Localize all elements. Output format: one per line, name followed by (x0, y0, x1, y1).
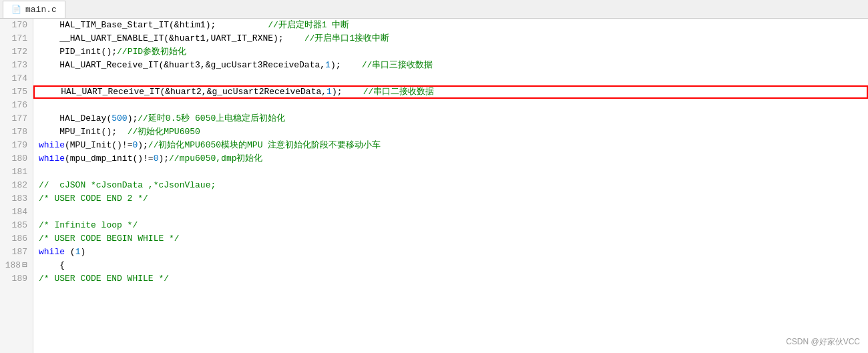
code-line (33, 72, 868, 85)
code-line: PID_init();//PID参数初始化 (33, 45, 868, 59)
code-line (33, 165, 868, 179)
watermark: CSDN @好家伙VCC (786, 336, 860, 348)
code-line: /* Infinite loop */ (33, 219, 868, 232)
line-number: 174 (0, 72, 33, 85)
tab-label: main.c (25, 5, 57, 15)
line-number: 179 (0, 139, 33, 152)
code-line (33, 99, 868, 112)
code-line: // cJSON *cJsonData ,*cJsonVlaue; (33, 179, 868, 192)
code-content[interactable]: HAL_TIM_Base_Start_IT(&htim1); //开启定时器1 … (33, 19, 868, 353)
line-number: 181 (0, 165, 33, 179)
file-icon: 📄 (11, 5, 21, 15)
code-line: HAL_TIM_Base_Start_IT(&htim1); //开启定时器1 … (33, 19, 868, 32)
code-line: while (1) (33, 246, 868, 259)
code-line: while(MPU_Init()!=0);//初始化MPU6050模块的MPU … (33, 139, 868, 152)
line-number: 175 (0, 85, 33, 99)
code-line: HAL_Delay(500);//延时0.5秒 6050上电稳定后初始化 (33, 112, 868, 125)
line-number: 177 (0, 112, 33, 125)
code-line: __HAL_UART_ENABLE_IT(&huart1,UART_IT_RXN… (33, 32, 868, 45)
code-line: while(mpu_dmp_init()!=0);//mpu6050,dmp初始… (33, 152, 868, 165)
line-number: 178 (0, 125, 33, 139)
line-number: 170 (0, 19, 33, 32)
line-number: 172 (0, 45, 33, 59)
line-number: 188⊟ (0, 259, 33, 272)
code-line: /* USER CODE END WHILE */ (33, 272, 868, 286)
code-line: HAL_UART_Receive_IT(&huart3,&g_ucUsart3R… (33, 59, 868, 72)
line-number: 189 (0, 272, 33, 286)
line-number: 184 (0, 206, 33, 219)
line-number: 171 (0, 32, 33, 45)
line-number: 183 (0, 192, 33, 206)
line-number: 187 (0, 246, 33, 259)
line-number: 182 (0, 179, 33, 192)
code-area: 1701711721731741751761771781791801811821… (0, 19, 868, 353)
tab-bar: 📄 main.c (0, 0, 868, 19)
editor-container: 📄 main.c 1701711721731741751761771781791… (0, 0, 868, 353)
code-line: /* USER CODE BEGIN WHILE */ (33, 232, 868, 246)
line-number: 180 (0, 152, 33, 165)
code-line: { (33, 259, 868, 272)
tab-main-c[interactable]: 📄 main.c (3, 1, 65, 18)
line-number: 176 (0, 99, 33, 112)
line-number: 186 (0, 232, 33, 246)
code-line (33, 206, 868, 219)
code-line: HAL_UART_Receive_IT(&huart2,&g_ucUsart2R… (33, 85, 868, 99)
code-line: MPU_Init(); //初始化MPU6050 (33, 125, 868, 139)
line-number: 173 (0, 59, 33, 72)
line-number: 185 (0, 219, 33, 232)
code-line: /* USER CODE END 2 */ (33, 192, 868, 206)
line-numbers: 1701711721731741751761771781791801811821… (0, 19, 33, 353)
